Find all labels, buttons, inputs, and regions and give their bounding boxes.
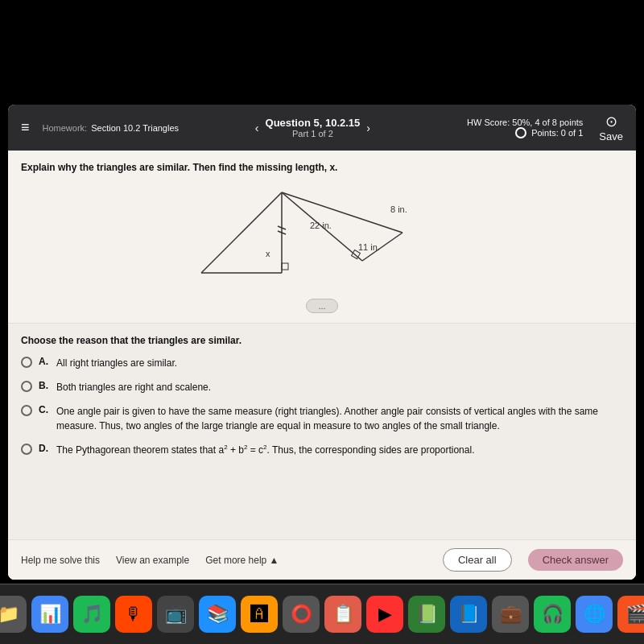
- content-area: Explain why the triangles are similar. T…: [8, 151, 636, 580]
- dock-logo-icon[interactable]: 🅰: [241, 596, 278, 633]
- view-example-button[interactable]: View an example: [116, 555, 189, 566]
- radio-c[interactable]: [21, 405, 32, 416]
- question-number: Question 5, 10.2.15: [266, 117, 361, 129]
- option-a-letter: A.: [39, 356, 50, 367]
- svg-text:x: x: [266, 249, 270, 258]
- option-b[interactable]: B. Both triangles are right and scalene.: [21, 380, 623, 394]
- dock-circle-icon[interactable]: ⭕: [283, 596, 320, 633]
- dock-podcast-icon[interactable]: 🎙: [115, 596, 152, 633]
- dock-files-icon[interactable]: 📁: [0, 596, 27, 633]
- dock-cam-icon[interactable]: 🎬: [617, 596, 644, 633]
- option-d[interactable]: D. The Pythagorean theorem states that a…: [21, 443, 623, 457]
- option-b-text: Both triangles are right and scalene.: [56, 380, 211, 394]
- question-instruction: Explain why the triangles are similar. T…: [21, 162, 623, 173]
- option-b-letter: B.: [39, 380, 50, 391]
- part-label: Part 1 of 2: [266, 129, 361, 138]
- question-area: Explain why the triangles are similar. T…: [8, 151, 636, 324]
- svg-line-2: [201, 192, 282, 273]
- dock-chart-icon[interactable]: 📊: [31, 596, 68, 633]
- points-label: Points: 0 of 1: [531, 128, 583, 138]
- radio-d[interactable]: [21, 444, 32, 455]
- main-screen: ≡ Homework: Section 10.2 Triangles ‹ Que…: [8, 105, 636, 580]
- footer: Help me solve this View an example Get m…: [8, 539, 636, 580]
- hw-score: HW Score: 50%, 4 of 8 points: [407, 118, 584, 127]
- option-c-text: One angle pair is given to have the same…: [56, 404, 623, 433]
- svg-text:11 in.: 11 in.: [358, 242, 380, 252]
- points-circle-icon: [515, 127, 526, 138]
- dock-chrome-icon[interactable]: 🌐: [576, 596, 613, 633]
- menu-icon[interactable]: ≡: [21, 119, 30, 136]
- header-title-block: Homework: Section 10.2 Triangles: [43, 123, 219, 133]
- dock: 💬 📹 📁 📊 🎵 🎙 📺 📚 🅰 ⭕ 📋 ▶ 📗 📘 💼 🎧 🌐 🎬 🌍 🗑: [0, 584, 644, 644]
- next-question-arrow[interactable]: ›: [366, 122, 370, 134]
- svg-text:8 in.: 8 in.: [390, 204, 407, 214]
- radio-a[interactable]: [21, 357, 32, 368]
- radio-b[interactable]: [21, 381, 32, 392]
- question-nav: ‹ Question 5, 10.2.15 Part 1 of 2 ›: [225, 117, 401, 138]
- get-more-help-button[interactable]: Get more help ▲: [205, 555, 279, 566]
- help-me-solve-button[interactable]: Help me solve this: [21, 555, 100, 566]
- dock-excel-icon[interactable]: 📗: [408, 596, 445, 633]
- dock-ppt-icon[interactable]: 📋: [324, 596, 361, 633]
- answer-area: Choose the reason that the triangles are…: [8, 324, 636, 539]
- dock-word-icon[interactable]: 📘: [450, 596, 487, 633]
- dock-tv-icon[interactable]: 📺: [157, 596, 194, 633]
- camera-icon: ⊙: [605, 113, 617, 130]
- svg-line-4: [282, 192, 402, 233]
- save-block: ⊙ Save: [599, 113, 623, 142]
- expand-diagram-button[interactable]: ...: [306, 299, 337, 313]
- option-a[interactable]: A. All right triangles are similar.: [21, 356, 623, 370]
- homework-label: Homework: Section 10.2 Triangles: [43, 123, 219, 133]
- check-answer-button[interactable]: Check answer: [528, 549, 623, 571]
- dock-teams-icon[interactable]: 💼: [492, 596, 529, 633]
- option-a-text: All right triangles are similar.: [56, 356, 177, 370]
- points-row: Points: 0 of 1: [407, 127, 584, 138]
- save-button[interactable]: Save: [599, 130, 623, 142]
- choose-label: Choose the reason that the triangles are…: [21, 335, 623, 346]
- diagram-area: 22 in. 11 in. 8 in. x: [21, 181, 623, 295]
- dock-book-icon[interactable]: 📚: [199, 596, 236, 633]
- dock-music-icon[interactable]: 🎵: [73, 596, 110, 633]
- option-c-letter: C.: [39, 404, 50, 415]
- option-d-text: The Pythagorean theorem states that a2 +…: [56, 443, 474, 457]
- dock-red-icon[interactable]: ▶: [366, 596, 403, 633]
- question-info: ‹ Question 5, 10.2.15 Part 1 of 2 ›: [225, 117, 401, 138]
- score-block: HW Score: 50%, 4 of 8 points Points: 0 o…: [407, 118, 584, 138]
- option-c[interactable]: C. One angle pair is given to have the s…: [21, 404, 623, 433]
- header: ≡ Homework: Section 10.2 Triangles ‹ Que…: [8, 105, 636, 151]
- dock-spotify-icon[interactable]: 🎧: [534, 596, 571, 633]
- svg-text:22 in.: 22 in.: [310, 221, 332, 230]
- prev-question-arrow[interactable]: ‹: [255, 122, 259, 134]
- svg-rect-1: [282, 263, 288, 270]
- triangle-diagram: 22 in. 11 in. 8 in. x: [185, 184, 459, 289]
- clear-all-button[interactable]: Clear all: [443, 548, 512, 572]
- option-d-letter: D.: [39, 443, 50, 454]
